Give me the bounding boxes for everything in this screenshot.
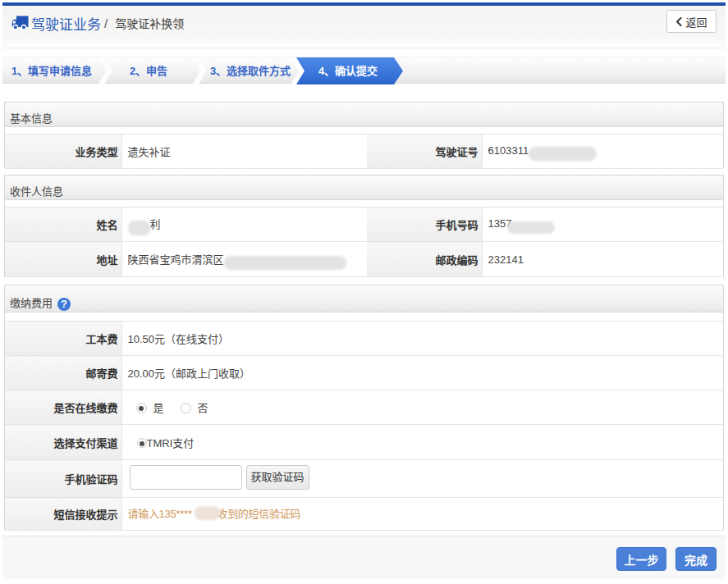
svg-text:?: ? <box>61 298 67 310</box>
